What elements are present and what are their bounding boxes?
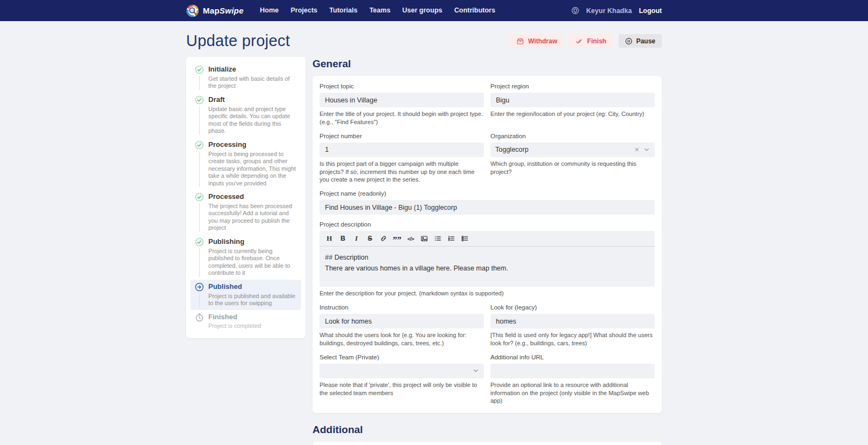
step-title: Processed [208,192,297,202]
step-initialize[interactable]: InitializeGet started with basic details… [190,62,301,93]
task-list-icon [461,235,469,242]
markdown-editor: HBIS””</> ## Description There are vario… [320,231,655,287]
look-for-help: [This field is used only for legacy app!… [490,331,655,347]
step-connector [199,106,200,135]
instruction-field: Instruction What should the users look f… [320,304,484,347]
chevron-down-icon[interactable] [473,367,479,374]
stopwatch-icon [195,313,204,322]
withdraw-button[interactable]: Withdraw [510,34,564,48]
step-processed[interactable]: ProcessedThe project has been processed … [190,190,301,235]
organization-help: Which group, institution or community is… [490,160,655,176]
project-description-field: Project description HBIS””</> ## Descrip… [320,221,655,298]
blockquote-icon[interactable]: ”” [391,234,403,243]
nav-item-teams[interactable]: Teams [369,0,391,21]
pause-button[interactable]: Pause [618,34,662,48]
nav-item-tutorials[interactable]: Tutorials [329,0,358,21]
step-description: Project is completed [208,323,261,330]
step-connector [199,76,200,90]
step-finished[interactable]: FinishedProject is completed [190,310,301,333]
pause-circle-icon [625,37,633,45]
finish-button[interactable]: Finish [569,34,612,48]
brand-text: MapSwipe [203,6,244,15]
withdraw-button-label: Withdraw [528,37,557,45]
additional-section-heading: Additional [312,424,662,436]
step-title: Finished [208,313,261,322]
step-text: PublishedProject is published and availa… [208,282,297,307]
unordered-list-icon[interactable] [432,234,444,243]
step-description: The project has been processed successfu… [208,203,297,232]
strikethrough-icon[interactable]: S [364,234,376,243]
italic-icon[interactable]: I [350,234,362,243]
link-icon[interactable] [378,234,390,243]
project-region-field: Project region Enter the region/location… [490,83,655,126]
step-title: Draft [208,95,297,105]
step-description: Project is currently being published to … [208,248,297,277]
instruction-input[interactable] [320,314,484,328]
seal-check-icon [195,237,204,247]
additional-info-url-label: Additional info URL [490,354,655,360]
step-description: Get started with basic details of the pr… [208,75,297,90]
step-draft[interactable]: DraftUpdate basic and project type speci… [190,93,301,138]
project-topic-field: Project topic Enter the title of your pr… [320,83,484,126]
look-for-field: Look for (legacy) [This field is used on… [490,304,655,347]
instruction-help: What should the users look for (e.g. You… [320,331,484,347]
seal-check-icon [195,65,204,74]
user-name: Keyur Khadka [586,7,632,15]
logout-link[interactable]: Logout [639,7,662,15]
step-text: ProcessingProject is being processed to … [208,140,297,187]
step-text: InitializeGet started with basic details… [208,65,297,90]
project-number-input[interactable] [320,143,484,157]
chevron-down-icon[interactable] [643,146,650,153]
admin-badge-icon [571,7,579,15]
code-icon[interactable]: </> [405,234,417,243]
step-published[interactable]: PublishedProject is published and availa… [190,280,301,310]
step-icon-column [194,65,204,90]
step-description: Project is published and available to th… [208,293,297,307]
step-icon-column [194,313,204,330]
additional-card: Project cover image Select an image 1 fi… [312,442,662,445]
step-text: PublishingProject is currently being pub… [208,237,297,277]
project-region-input[interactable] [490,93,655,107]
clear-icon[interactable]: × [635,146,639,153]
step-processing[interactable]: ProcessingProject is being processed to … [190,138,301,190]
step-connector [199,293,200,307]
image-icon[interactable] [418,234,430,243]
link-icon [380,235,387,242]
step-text: FinishedProject is completed [208,313,261,330]
step-icon-column [194,95,204,135]
bold-icon[interactable]: B [337,234,349,243]
select-team-label: Select Team (Private) [320,354,484,360]
organization-value: Togglecorp [495,146,630,153]
step-icon-column [194,282,204,307]
seal-check-icon [195,140,204,150]
additional-info-url-input[interactable] [490,364,655,378]
organization-select[interactable]: Togglecorp × [490,143,655,157]
step-icon-column [194,192,204,232]
nav-item-contributors[interactable]: Contributors [454,0,495,21]
heading-icon[interactable]: H [323,234,335,243]
description-line: There are various homes in a village her… [325,263,649,274]
task-list-icon[interactable] [459,234,471,243]
project-topic-input[interactable] [320,93,484,107]
nav-right: Keyur Khadka Logout [571,7,662,15]
mapswipe-logo[interactable]: MapSwipe [186,4,244,17]
instruction-label: Instruction [320,304,484,311]
nav-item-user-groups[interactable]: User groups [403,0,443,21]
markdown-content[interactable]: ## Description There are various homes i… [320,247,655,287]
project-number-label: Project number [320,133,484,139]
step-title: Processing [208,140,297,150]
project-name-input[interactable] [320,200,655,215]
look-for-input[interactable] [490,314,655,328]
step-text: ProcessedThe project has been processed … [208,192,297,232]
nav-item-home[interactable]: Home [260,0,279,21]
step-publishing[interactable]: PublishingProject is currently being pub… [190,235,301,280]
nav-item-projects[interactable]: Projects [291,0,317,21]
seal-check-icon [195,192,204,202]
top-navbar: MapSwipe HomeProjectsTutorialsTeamsUser … [0,0,868,21]
ordered-list-icon[interactable] [445,234,457,243]
project-topic-help: Enter the title of your project. It shou… [320,110,484,126]
step-icon-column [194,140,204,187]
select-team-select[interactable] [320,364,484,378]
organization-label: Organization [490,133,655,139]
organization-field: Organization Togglecorp × Which group, i… [490,133,655,184]
